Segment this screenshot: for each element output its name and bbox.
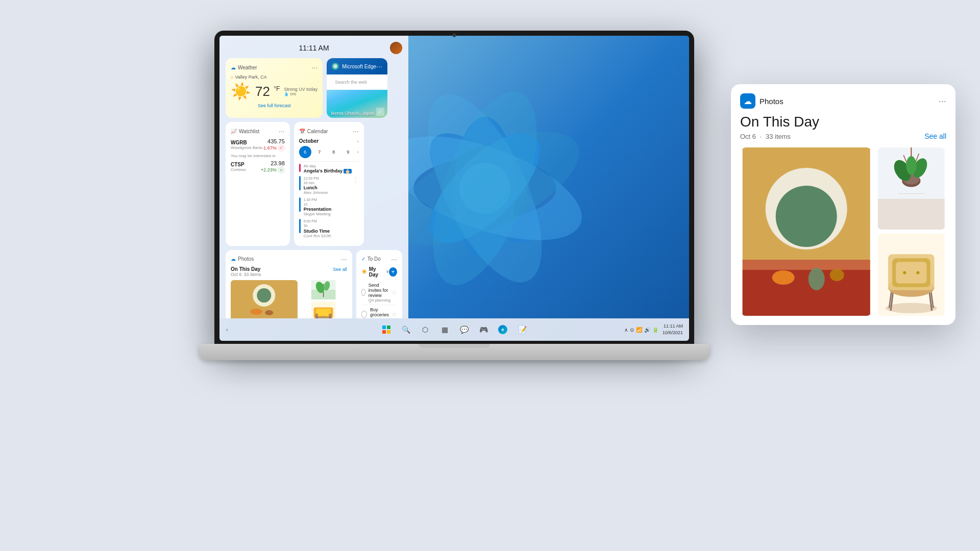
calendar-month-name: October bbox=[299, 138, 318, 144]
popup-header: ☁ Photos ··· bbox=[740, 93, 946, 109]
weather-more-button[interactable]: ··· bbox=[312, 63, 318, 71]
weather-description: Strong UV today bbox=[284, 87, 317, 92]
taskbar-notification-icon: ∧ bbox=[226, 328, 229, 332]
weather-forecast-link[interactable]: See full forecast bbox=[231, 103, 317, 108]
photos-more-button[interactable]: ··· bbox=[341, 255, 347, 263]
notepad-button[interactable]: 📝 bbox=[514, 321, 530, 338]
photos-widget-day-title: On This Day bbox=[231, 266, 261, 272]
svg-point-16 bbox=[250, 309, 262, 315]
sun-icon: ☀️ bbox=[231, 82, 251, 101]
widgets-taskbar-button[interactable]: ▦ bbox=[436, 321, 453, 338]
calendar-more-button[interactable]: ··· bbox=[353, 127, 359, 135]
user-avatar[interactable] bbox=[390, 42, 402, 54]
stock2-change: +2.23% + bbox=[261, 166, 285, 173]
notification-chevron[interactable]: ∧ bbox=[624, 327, 628, 333]
watchlist-suggest: You may be interested in bbox=[231, 154, 285, 158]
photos-popup-see-all[interactable]: See all bbox=[924, 132, 946, 140]
event3-time: 1:30 PM1h bbox=[304, 197, 332, 207]
todo-checkbox-2[interactable] bbox=[361, 311, 367, 318]
edge-expand-icon[interactable]: ⤢ bbox=[376, 108, 384, 116]
photos-secondary-image-1[interactable] bbox=[300, 280, 347, 299]
calendar-nav[interactable]: › bbox=[357, 139, 359, 144]
svg-point-35 bbox=[808, 268, 825, 290]
event2-time: 12:00 PM30 min bbox=[304, 176, 328, 185]
watchlist-more-button[interactable]: ··· bbox=[279, 127, 285, 135]
todo-header: ✓ To Do ··· bbox=[361, 255, 397, 263]
wifi-icon[interactable]: 📶 bbox=[636, 327, 642, 333]
todo-checkbox-1[interactable] bbox=[361, 289, 365, 296]
photos-widget-title: ☁ Photos bbox=[231, 256, 254, 262]
laptop-shell: 11:11 AM ☁ Weather ··· bbox=[0, 0, 980, 551]
task-view-button[interactable]: ⬡ bbox=[417, 321, 433, 338]
search-button[interactable]: 🔍 bbox=[398, 321, 414, 338]
edge-search-box[interactable]: Search the web bbox=[331, 78, 383, 87]
calendar-day-7[interactable]: 7 bbox=[313, 146, 326, 158]
calendar-day-8[interactable]: 8 bbox=[328, 146, 340, 158]
xbox-button[interactable]: 🎮 bbox=[475, 321, 492, 338]
laptop-base-notch bbox=[419, 344, 490, 348]
taskbar-clock[interactable]: 11:11 AM 10/6/2021 bbox=[663, 323, 683, 336]
todo-title: ✓ To Do bbox=[361, 256, 381, 262]
photos-items: 33 items bbox=[244, 272, 261, 277]
calendar-title: 📅 Calendar bbox=[299, 129, 328, 134]
photos-main-image[interactable] bbox=[231, 280, 298, 318]
todo-item1-sub: Q4 planning bbox=[369, 298, 391, 303]
widgets-row-1: ☁ Weather ··· ⌂ Valley Park, CA ☀️ bbox=[226, 58, 402, 122]
photos-popup-date-items: Oct 6 · 33 items bbox=[740, 133, 791, 140]
photos-secondary-image-2[interactable] bbox=[300, 302, 347, 318]
calendar-more-days[interactable]: › bbox=[357, 149, 359, 155]
popup-main-photo[interactable] bbox=[740, 147, 872, 316]
edge-title: Microsoft Edge bbox=[342, 64, 376, 69]
event2-bar bbox=[299, 176, 301, 190]
event4-bar bbox=[299, 219, 301, 233]
calendar-event-4: 6:00 PM3h Studio Time Conf Rm 32/35 bbox=[299, 219, 359, 238]
popup-top-right-photo[interactable] bbox=[876, 147, 946, 230]
widgets-topbar: 11:11 AM bbox=[226, 42, 402, 54]
svg-rect-27 bbox=[315, 313, 318, 318]
weather-title: ☁ Weather bbox=[231, 65, 257, 70]
stock2-price: 23.98 bbox=[261, 160, 285, 166]
event1-tag: 🎂 bbox=[344, 169, 352, 173]
calendar-day-6[interactable]: 6 bbox=[299, 146, 311, 158]
network-icon[interactable]: ⊙ bbox=[630, 327, 634, 333]
edge-taskbar-button[interactable]: e bbox=[495, 321, 511, 338]
calendar-day-9[interactable]: 9 bbox=[342, 146, 354, 158]
volume-icon[interactable]: 🔊 bbox=[644, 327, 650, 333]
calendar-event-2: 12:00 PM30 min Lunch Alex Johnson ⋮ bbox=[299, 176, 359, 195]
popup-bottom-right-photo[interactable] bbox=[876, 234, 946, 316]
taskbar: ∧ 🔍 ⬡ bbox=[219, 318, 689, 341]
battery-icon[interactable]: 🔋 bbox=[652, 327, 658, 333]
widgets-row-3: ☁ Photos ··· On This Day Oct 6 33 items bbox=[226, 250, 402, 318]
photos-see-all-link[interactable]: See all bbox=[333, 267, 347, 272]
photos-popup-title: On This Day bbox=[740, 114, 946, 130]
event3-bar bbox=[299, 197, 301, 212]
todo-item-2: Buy groceries Todo ☆ bbox=[361, 305, 397, 318]
edge-widget-header: Microsoft Edge ··· bbox=[327, 58, 387, 74]
stock1-change: -1.67% ✓ bbox=[262, 144, 285, 152]
photos-meta-row: On This Day Oct 6 33 items See all bbox=[231, 266, 347, 277]
photos-popup-card: ☁ Photos ··· On This Day Oct 6 · 33 item… bbox=[731, 84, 955, 325]
svg-rect-33 bbox=[743, 270, 870, 316]
weather-temperature: 72 °F bbox=[255, 84, 280, 99]
todo-myday-title: ☀ My Day ∨ bbox=[361, 266, 389, 278]
todo-add-button[interactable]: + bbox=[389, 267, 397, 277]
event2-more[interactable]: ⋮ bbox=[353, 176, 359, 183]
stock2-change-icon: + bbox=[278, 166, 285, 173]
watchlist-title: 📈 Watchlist bbox=[231, 129, 259, 134]
laptop-body: 11:11 AM ☁ Weather ··· bbox=[214, 31, 694, 347]
edge-more-button[interactable]: ··· bbox=[376, 62, 382, 70]
popup-title-row: ☁ Photos bbox=[740, 93, 783, 109]
photos-popup-more-button[interactable]: ··· bbox=[939, 96, 946, 107]
photos-grid bbox=[231, 280, 347, 318]
start-button[interactable] bbox=[378, 321, 395, 338]
todo-item1-star[interactable]: ☆ bbox=[391, 289, 397, 296]
event4-time: 6:00 PM3h bbox=[304, 219, 331, 228]
todo-item2-star[interactable]: ☆ bbox=[391, 311, 397, 318]
chat-button[interactable]: 💬 bbox=[456, 321, 472, 338]
todo-more-button[interactable]: ··· bbox=[391, 255, 397, 263]
event1-allday: All day bbox=[304, 164, 352, 168]
todo-item-1: Send invites for review Q4 planning ☆ bbox=[361, 281, 397, 305]
laptop-screen: 11:11 AM ☁ Weather ··· bbox=[219, 36, 689, 341]
svg-point-17 bbox=[265, 310, 273, 315]
taskbar-center: 🔍 ⬡ ▦ 💬 🎮 e bbox=[378, 321, 530, 338]
